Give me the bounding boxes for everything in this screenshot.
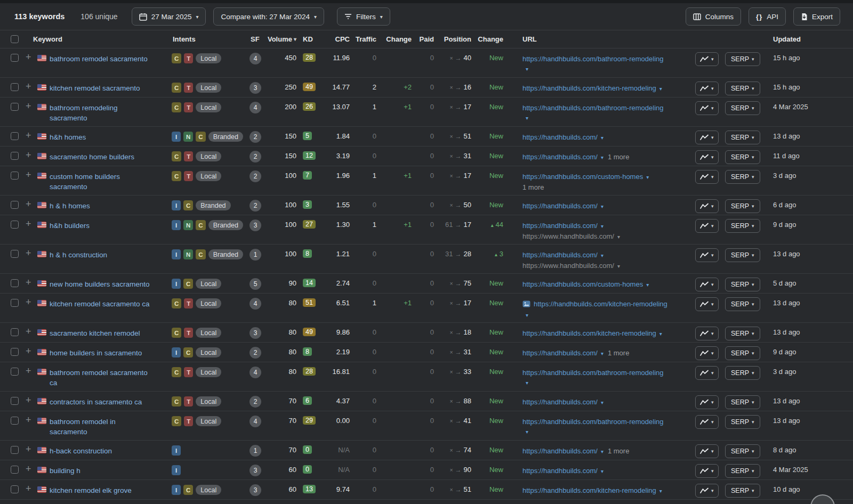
chevron-down-icon[interactable]: ▾	[646, 174, 649, 180]
keyword-link[interactable]: bathroom remodel sacramento ca	[50, 368, 151, 388]
serp-button[interactable]: SERP▾	[725, 131, 760, 144]
add-keyword-icon[interactable]: +	[26, 52, 31, 62]
url-link[interactable]: https://handhbuilds.com/▾	[522, 398, 603, 406]
position-history-chart-button[interactable]: ▾	[695, 415, 719, 429]
serp-button[interactable]: SERP▾	[725, 327, 760, 340]
add-keyword-icon[interactable]: +	[26, 464, 31, 474]
column-header-position[interactable]: Position	[434, 35, 471, 43]
chevron-down-icon[interactable]: ▾	[526, 380, 528, 386]
position-history-chart-button[interactable]: ▾	[695, 150, 719, 164]
url-link[interactable]: https://handhbuilds.com/bathroom-remodel…	[522, 418, 663, 426]
url-link[interactable]: https://handhbuilds.com/▾	[522, 202, 603, 210]
position-history-chart-button[interactable]: ▾	[695, 199, 719, 213]
date-picker-button[interactable]: 27 Mar 2025 ▾	[132, 7, 206, 26]
url-link[interactable]: https://handhbuilds.com/▾	[522, 153, 603, 161]
chevron-down-icon[interactable]: ▾	[526, 312, 528, 318]
position-history-chart-button[interactable]: ▾	[695, 101, 719, 115]
columns-button[interactable]: Columns	[686, 7, 741, 26]
more-urls-label[interactable]: 1 more	[608, 447, 629, 455]
add-keyword-icon[interactable]: +	[26, 483, 31, 494]
chevron-down-icon[interactable]: ▾	[601, 449, 603, 454]
serp-button[interactable]: SERP▾	[725, 52, 760, 66]
position-history-chart-button[interactable]: ▾	[695, 248, 719, 262]
serp-button[interactable]: SERP▾	[725, 278, 760, 291]
row-checkbox[interactable]	[11, 299, 19, 307]
row-checkbox[interactable]	[11, 132, 19, 140]
keyword-link[interactable]: bathroom remodel in sacramento	[50, 417, 151, 437]
serp-button[interactable]: SERP▾	[725, 297, 760, 311]
row-checkbox[interactable]	[11, 446, 19, 454]
position-history-chart-button[interactable]: ▾	[695, 278, 719, 291]
url-link[interactable]: https://handhbuilds.com/kitchen-remodeli…	[522, 486, 662, 494]
position-history-chart-button[interactable]: ▾	[695, 297, 719, 311]
add-keyword-icon[interactable]: +	[26, 218, 31, 229]
add-keyword-icon[interactable]: +	[26, 150, 31, 160]
position-history-chart-button[interactable]: ▾	[695, 464, 719, 478]
row-checkbox[interactable]	[11, 466, 19, 474]
keyword-link[interactable]: h & h homes	[50, 201, 90, 211]
keyword-link[interactable]: home builders in sacramento	[50, 348, 142, 358]
url-link[interactable]: https://handhbuilds.com/custom-homes▾	[522, 173, 649, 181]
chevron-down-icon[interactable]: ▾	[617, 234, 620, 240]
row-checkbox[interactable]	[11, 201, 19, 209]
position-history-chart-button[interactable]: ▾	[695, 170, 719, 184]
row-checkbox[interactable]	[11, 54, 19, 62]
url-link[interactable]: https://handhbuilds.com/▾	[522, 447, 603, 455]
serp-button[interactable]: SERP▾	[725, 484, 760, 498]
serp-button[interactable]: SERP▾	[725, 248, 760, 262]
column-header-updated[interactable]: Updated	[766, 35, 853, 43]
select-all-checkbox[interactable]	[11, 35, 19, 43]
position-history-chart-button[interactable]: ▾	[695, 219, 719, 233]
serp-button[interactable]: SERP▾	[725, 346, 760, 360]
keyword-link[interactable]: sacramento home builders	[50, 152, 134, 162]
row-checkbox[interactable]	[11, 152, 19, 160]
column-header-kd[interactable]: KD	[296, 35, 320, 43]
keyword-link[interactable]: bathroom remodeling sacramento	[50, 103, 151, 123]
row-checkbox[interactable]	[11, 368, 19, 376]
url-link[interactable]: https://handhbuilds.com/kitchen-remodeli…	[522, 84, 662, 92]
url-link[interactable]: https://handhbuilds.com/▾	[522, 349, 603, 357]
column-header-url[interactable]: URL	[503, 35, 688, 43]
serp-button[interactable]: SERP▾	[725, 150, 760, 164]
chevron-down-icon[interactable]: ▾	[601, 135, 603, 141]
column-header-traffic-change[interactable]: Change	[376, 35, 412, 43]
position-history-chart-button[interactable]: ▾	[695, 366, 719, 380]
column-header-traffic[interactable]: Traffic	[350, 35, 376, 43]
chevron-down-icon[interactable]: ▾	[659, 488, 662, 494]
row-checkbox[interactable]	[11, 348, 19, 356]
add-keyword-icon[interactable]: +	[26, 277, 31, 288]
chevron-down-icon[interactable]: ▾	[646, 282, 649, 288]
add-keyword-icon[interactable]: +	[26, 444, 31, 454]
export-button[interactable]: Export	[793, 7, 840, 26]
serp-button[interactable]: SERP▾	[725, 82, 760, 95]
chevron-down-icon[interactable]: ▾	[601, 351, 603, 356]
url-link[interactable]: https://handhbuilds.com/▾	[522, 251, 603, 259]
position-history-chart-button[interactable]: ▾	[695, 82, 719, 95]
url-link[interactable]: https://handhbuilds.com/▾	[522, 467, 603, 475]
chevron-down-icon[interactable]: ▾	[601, 223, 603, 229]
row-checkbox[interactable]	[11, 417, 19, 425]
url-link[interactable]: https://handhbuilds.com/bathroom-remodel…	[522, 104, 663, 112]
filters-button[interactable]: Filters ▾	[337, 7, 390, 26]
position-history-chart-button[interactable]: ▾	[695, 52, 719, 66]
add-keyword-icon[interactable]: +	[26, 169, 31, 180]
url-link[interactable]: https://www.handhbuilds.com/▾	[522, 262, 620, 270]
column-header-paid[interactable]: Paid	[412, 35, 434, 43]
url-link[interactable]: https://handhbuilds.com/kitchen-remodeli…	[522, 329, 662, 337]
keyword-link[interactable]: h&h builders	[50, 221, 90, 231]
compare-with-button[interactable]: Compare with: 27 Mar 2024 ▾	[213, 7, 324, 26]
row-checkbox[interactable]	[11, 279, 19, 287]
serp-button[interactable]: SERP▾	[725, 101, 760, 115]
keyword-link[interactable]: sacramento kitchen remodel	[50, 328, 140, 338]
chevron-down-icon[interactable]: ▾	[601, 204, 603, 209]
chevron-down-icon[interactable]: ▾	[601, 400, 603, 405]
api-button[interactable]: {} API	[749, 7, 786, 26]
url-link[interactable]: https://handhbuilds.com/kitchen-remodeli…	[534, 300, 667, 308]
keyword-link[interactable]: custom home builders sacramento	[50, 172, 151, 192]
add-keyword-icon[interactable]: +	[26, 414, 31, 425]
chevron-down-icon[interactable]: ▾	[526, 115, 528, 121]
column-header-intents[interactable]: Intents	[170, 35, 245, 43]
position-history-chart-button[interactable]: ▾	[695, 444, 719, 458]
serp-button[interactable]: SERP▾	[725, 170, 760, 184]
more-urls-label[interactable]: 1 more	[522, 182, 688, 192]
